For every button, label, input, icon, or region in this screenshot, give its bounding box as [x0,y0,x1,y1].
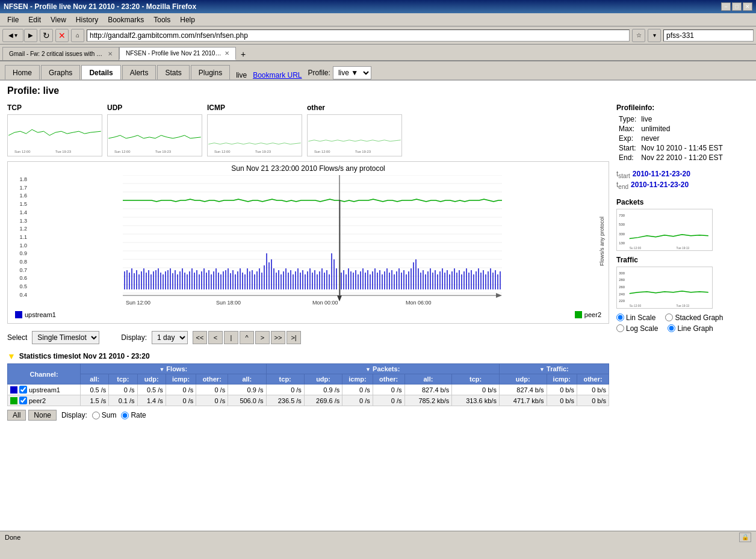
svg-rect-141 [408,271,409,289]
stacked-graph-radio[interactable] [665,313,673,321]
svg-rect-45 [177,274,178,289]
svg-rect-71 [240,268,241,289]
end-value: Nov 22 2010 - 11:20 EST [639,153,725,162]
svg-rect-145 [418,268,419,289]
svg-rect-23 [124,271,125,289]
svg-text:Mon 00:00: Mon 00:00 [312,300,338,306]
svg-text:Mon 06:00: Mon 06:00 [406,300,432,306]
menu-view[interactable]: View [46,14,71,25]
tab-home[interactable]: Home [5,65,40,79]
bookmark-star[interactable]: ☆ [632,29,645,42]
maximize-button[interactable]: □ [732,2,742,11]
lin-scale-label[interactable]: Lin Scale [616,313,655,322]
back-button[interactable]: ◀ ▾ [2,29,23,42]
tcp-chart-container: TCP Sun 12:00 Tue 19:23 [7,103,102,156]
bookmark-url-link[interactable]: Bookmark URL [253,71,302,79]
svg-rect-114 [343,270,344,289]
upstream1-checkbox[interactable] [19,386,27,394]
end-row: End: Nov 22 2010 - 11:20 EST [616,153,725,162]
flows-tcp-header: tcp: [109,374,137,385]
menu-edit[interactable]: Edit [23,14,46,25]
svg-rect-126 [372,271,373,289]
svg-rect-53 [196,270,197,289]
profile-info: Profileinfo: Type: live Max: unlimited E… [616,103,749,162]
tab-details[interactable]: Details [81,65,120,79]
reload-button[interactable]: ↻ [40,29,53,42]
page-title: Profile: live [7,85,749,96]
svg-rect-66 [228,268,229,289]
line-graph-radio[interactable] [668,324,675,332]
gmail-tab-close[interactable]: ✕ [108,51,113,57]
peer2-checkbox[interactable] [19,397,27,404]
rate-radio[interactable] [121,412,129,419]
stop-button[interactable]: ✕ [55,29,69,42]
lin-scale-radio[interactable] [616,313,624,321]
svg-rect-112 [336,268,337,289]
close-button[interactable]: ✕ [743,2,752,11]
menu-file[interactable]: File [2,14,23,25]
tab-graphs[interactable]: Graphs [41,65,80,79]
menu-tools[interactable]: Tools [149,14,175,25]
browser-tab-nfsen[interactable]: NFSEN - Profile live Nov 21 2010 - ... ✕ [119,47,236,60]
upstream1-packets-all: 0.9 /s [228,385,266,395]
sum-radio-label[interactable]: Sum [92,411,117,419]
flows-down-icon: ▼ [159,366,164,372]
profile-dropdown[interactable]: live ▼ [333,66,371,79]
svg-rect-51 [191,268,193,289]
chart-plot-area[interactable]: Sun 12:00 Sun 18:00 Mon 00:00 Mon 06:00 [28,175,596,307]
display-dropdown[interactable]: 1 day [152,331,188,344]
peer2-flows-all: 1.5 /s [81,395,109,406]
sum-radio[interactable] [92,412,100,419]
svg-text:730: 730 [619,213,625,217]
log-scale-radio[interactable] [616,324,624,332]
peer2-flows-icmp: 0 /s [166,395,196,406]
minimize-button[interactable]: − [721,2,731,11]
nfsen-tab-close[interactable]: ✕ [225,50,229,57]
t-end-row: tend 2010-11-21-23-20 [616,181,749,190]
home-button[interactable]: ⌂ [71,29,84,42]
new-tab-button[interactable]: + [236,48,250,60]
stacked-graph-label[interactable]: Stacked Graph [665,313,723,322]
svg-rect-158 [449,274,450,289]
svg-rect-137 [398,268,400,289]
svg-rect-57 [206,273,207,289]
right-panel: Profileinfo: Type: live Max: unlimited E… [616,103,749,421]
bookmark-arrow[interactable]: ▾ [648,29,661,42]
nav-first-button[interactable]: << [193,331,207,344]
peer2-packets-udp: 269.6 /s [304,395,342,406]
tab-alerts[interactable]: Alerts [122,65,156,79]
menu-help[interactable]: Help [175,14,200,25]
browser-tab-gmail[interactable]: Gmail - Fw: 2 critical issues with 2 of … [2,47,119,60]
tab-stats[interactable]: Stats [157,65,189,79]
menu-history[interactable]: History [71,14,103,25]
address-input[interactable] [87,29,630,42]
svg-rect-50 [189,271,190,289]
svg-rect-102 [312,273,313,289]
rate-radio-label[interactable]: Rate [121,411,146,419]
traffic-udp-header: udp: [499,374,547,385]
tab-plugins[interactable]: Plugins [191,65,230,79]
nav-up-button[interactable]: ^ [240,331,254,344]
browser-content: Home Graphs Details Alerts Stats Plugins… [0,61,756,531]
select-dropdown[interactable]: Single Timeslot [32,331,99,344]
line-graph-label[interactable]: Line Graph [668,324,713,333]
nav-fast-forward-button[interactable]: >> [271,331,285,344]
traffic-other-header: other: [577,374,609,385]
menu-bookmarks[interactable]: Bookmarks [103,14,149,25]
all-button[interactable]: All [7,410,26,421]
svg-rect-61 [215,268,217,289]
svg-rect-175 [490,268,491,289]
nav-stop-button[interactable]: | [224,331,238,344]
svg-rect-74 [247,268,248,289]
log-scale-label[interactable]: Log Scale [616,324,658,333]
nav-next-button[interactable]: > [255,331,270,344]
none-button[interactable]: None [28,410,57,421]
forward-button[interactable]: ▶ [24,29,37,42]
nav-prev-button[interactable]: < [208,331,223,344]
nav-last-button[interactable]: >| [287,331,301,344]
packets-chart: 730 530 330 130 Su 12:00 Tue 19:13 [616,209,713,251]
svg-rect-169 [476,271,477,289]
svg-rect-119 [355,270,356,289]
upstream1-packets-other: 0 /s [373,385,404,395]
search-input[interactable] [663,29,754,42]
